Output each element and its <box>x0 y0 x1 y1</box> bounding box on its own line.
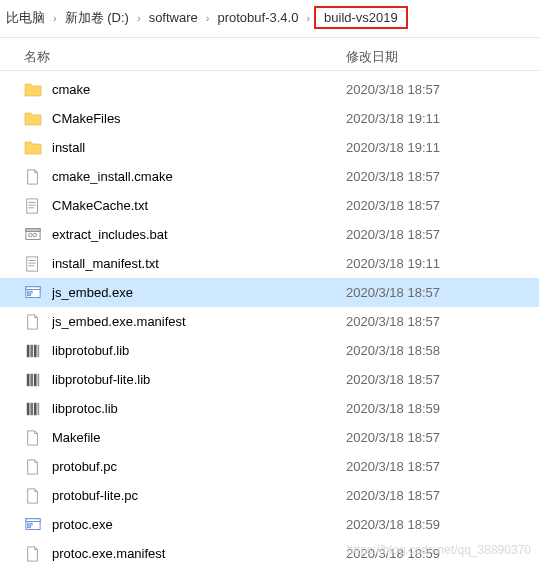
svg-rect-8 <box>27 256 38 270</box>
file-row[interactable]: protoc.exe2020/3/18 18:59 <box>0 510 539 539</box>
file-name: libprotobuf-lite.lib <box>52 372 346 387</box>
chevron-right-icon: › <box>202 12 214 24</box>
column-date-header[interactable]: 修改日期 <box>346 48 539 66</box>
file-date: 2020/3/18 19:11 <box>346 111 539 126</box>
chevron-right-icon: › <box>49 12 61 24</box>
file-date: 2020/3/18 19:11 <box>346 256 539 271</box>
svg-rect-26 <box>34 402 37 414</box>
svg-rect-25 <box>30 402 33 414</box>
svg-rect-31 <box>28 525 31 527</box>
file-icon <box>24 313 42 331</box>
file-name: libprotoc.lib <box>52 401 346 416</box>
exe-icon <box>24 516 42 534</box>
chevron-right-icon: › <box>302 12 314 24</box>
txt-icon <box>24 197 42 215</box>
file-name: CMakeFiles <box>52 111 346 126</box>
file-row[interactable]: libprotobuf-lite.lib2020/3/18 18:57 <box>0 365 539 394</box>
file-row[interactable]: install2020/3/18 19:11 <box>0 133 539 162</box>
svg-rect-17 <box>30 344 33 356</box>
file-date: 2020/3/18 18:57 <box>346 314 539 329</box>
file-row[interactable]: install_manifest.txt2020/3/18 19:11 <box>0 249 539 278</box>
svg-rect-30 <box>28 523 32 525</box>
file-icon <box>24 545 42 563</box>
file-name: protoc.exe <box>52 517 346 532</box>
file-date: 2020/3/18 18:57 <box>346 198 539 213</box>
file-name: cmake_install.cmake <box>52 169 346 184</box>
file-date: 2020/3/18 18:57 <box>346 82 539 97</box>
bat-icon <box>24 226 42 244</box>
file-date: 2020/3/18 18:57 <box>346 372 539 387</box>
file-icon <box>24 458 42 476</box>
column-headers: 名称 修改日期 <box>0 38 539 71</box>
exe-icon <box>24 284 42 302</box>
file-row[interactable]: Makefile2020/3/18 18:57 <box>0 423 539 452</box>
svg-rect-23 <box>37 373 39 385</box>
file-row[interactable]: libprotobuf.lib2020/3/18 18:58 <box>0 336 539 365</box>
folder-icon <box>24 110 42 128</box>
svg-rect-16 <box>27 344 30 356</box>
file-name: install_manifest.txt <box>52 256 346 271</box>
file-icon <box>24 168 42 186</box>
breadcrumb-item[interactable]: 比电脑 <box>2 7 49 29</box>
svg-rect-0 <box>27 198 38 212</box>
file-row[interactable]: CMakeCache.txt2020/3/18 18:57 <box>0 191 539 220</box>
file-name: js_embed.exe <box>52 285 346 300</box>
file-date: 2020/3/18 18:59 <box>346 546 539 561</box>
file-row[interactable]: protobuf-lite.pc2020/3/18 18:57 <box>0 481 539 510</box>
svg-rect-20 <box>27 373 30 385</box>
breadcrumb[interactable]: 比电脑›新加卷 (D:)›software›protobuf-3.4.0›bui… <box>0 0 539 38</box>
file-row[interactable]: extract_includes.bat2020/3/18 18:57 <box>0 220 539 249</box>
file-date: 2020/3/18 18:57 <box>346 285 539 300</box>
file-name: install <box>52 140 346 155</box>
file-date: 2020/3/18 18:57 <box>346 488 539 503</box>
file-name: Makefile <box>52 430 346 445</box>
breadcrumb-item[interactable]: build-vs2019 <box>314 6 408 29</box>
breadcrumb-item[interactable]: software <box>145 8 202 27</box>
svg-rect-29 <box>26 518 40 521</box>
svg-rect-15 <box>28 293 31 295</box>
lib-icon <box>24 371 42 389</box>
svg-rect-5 <box>26 228 40 231</box>
file-name: extract_includes.bat <box>52 227 346 242</box>
svg-rect-19 <box>37 344 39 356</box>
svg-rect-22 <box>34 373 37 385</box>
file-row[interactable]: js_embed.exe2020/3/18 18:57 <box>0 278 539 307</box>
lib-icon <box>24 342 42 360</box>
file-row[interactable]: protoc.exe.manifest2020/3/18 18:59 <box>0 539 539 563</box>
column-name-header[interactable]: 名称 <box>24 48 346 66</box>
file-date: 2020/3/18 18:59 <box>346 401 539 416</box>
lib-icon <box>24 400 42 418</box>
svg-rect-14 <box>28 291 32 293</box>
file-name: protobuf.pc <box>52 459 346 474</box>
file-row[interactable]: libprotoc.lib2020/3/18 18:59 <box>0 394 539 423</box>
file-date: 2020/3/18 19:11 <box>346 140 539 155</box>
file-name: protobuf-lite.pc <box>52 488 346 503</box>
file-icon <box>24 487 42 505</box>
breadcrumb-item[interactable]: protobuf-3.4.0 <box>213 8 302 27</box>
file-row[interactable]: CMakeFiles2020/3/18 19:11 <box>0 104 539 133</box>
file-name: protoc.exe.manifest <box>52 546 346 561</box>
file-row[interactable]: protobuf.pc2020/3/18 18:57 <box>0 452 539 481</box>
svg-rect-21 <box>30 373 33 385</box>
file-row[interactable]: cmake2020/3/18 18:57 <box>0 75 539 104</box>
folder-icon <box>24 81 42 99</box>
file-date: 2020/3/18 18:57 <box>346 227 539 242</box>
file-date: 2020/3/18 18:59 <box>346 517 539 532</box>
svg-rect-18 <box>34 344 37 356</box>
file-icon <box>24 429 42 447</box>
file-row[interactable]: js_embed.exe.manifest2020/3/18 18:57 <box>0 307 539 336</box>
breadcrumb-item[interactable]: 新加卷 (D:) <box>61 7 133 29</box>
file-name: libprotobuf.lib <box>52 343 346 358</box>
file-row[interactable]: cmake_install.cmake2020/3/18 18:57 <box>0 162 539 191</box>
svg-rect-24 <box>27 402 30 414</box>
file-list: cmake2020/3/18 18:57CMakeFiles2020/3/18 … <box>0 71 539 563</box>
svg-rect-27 <box>37 402 39 414</box>
file-name: CMakeCache.txt <box>52 198 346 213</box>
file-date: 2020/3/18 18:57 <box>346 169 539 184</box>
file-name: js_embed.exe.manifest <box>52 314 346 329</box>
file-name: cmake <box>52 82 346 97</box>
folder-icon <box>24 139 42 157</box>
file-date: 2020/3/18 18:58 <box>346 343 539 358</box>
chevron-right-icon: › <box>133 12 145 24</box>
svg-rect-13 <box>26 286 40 289</box>
